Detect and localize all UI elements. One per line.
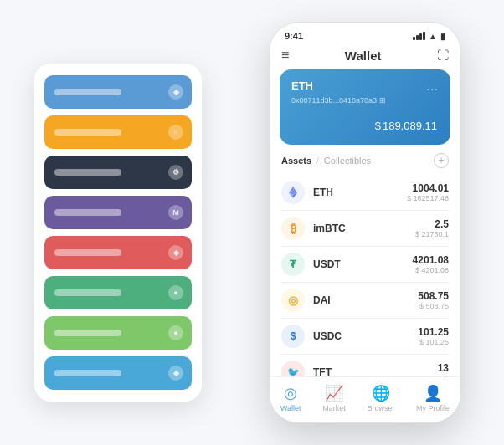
eth-dots[interactable]: ...	[426, 79, 439, 93]
battery-icon: ▮	[440, 32, 445, 41]
card-row-label-1	[54, 129, 121, 136]
asset-item-imbtc[interactable]: ₿ imBTC 2.5 $ 21760.1	[281, 211, 449, 247]
asset-list: ETH 1004.01 $ 162517.48 ₿ imBTC 2.5 $ 21…	[270, 175, 460, 376]
nav-item-wallet[interactable]: ◎ Wallet	[280, 384, 301, 412]
card-row-4[interactable]: ◆	[44, 236, 192, 269]
asset-name-col-tft: TFT	[313, 366, 429, 376]
asset-usd-dai: $ 508.75	[418, 302, 449, 310]
asset-name-col-usdc: USDC	[313, 330, 409, 342]
asset-item-eth[interactable]: ETH 1004.01 $ 162517.48	[281, 175, 449, 211]
card-row-label-0	[54, 89, 121, 95]
card-panel: ◆ ○ ⚙ M ◆ ● ● ◆	[34, 64, 202, 402]
nav-label-my-profile: My Profile	[416, 404, 450, 412]
menu-icon[interactable]: ≡	[281, 48, 289, 63]
card-row-icon-1: ○	[168, 125, 183, 140]
time-display: 9:41	[285, 31, 303, 41]
asset-values-dai: 508.75 $ 508.75	[418, 290, 449, 310]
asset-icon-tft: 🐦	[281, 361, 305, 376]
tab-collectibles[interactable]: Collectibles	[324, 156, 371, 166]
card-row-2[interactable]: ⚙	[44, 156, 192, 189]
asset-amount-usdc: 101.25	[418, 326, 449, 338]
asset-name-dai: DAI	[313, 294, 409, 306]
card-row-label-7	[54, 370, 121, 376]
card-row-3[interactable]: M	[44, 196, 192, 229]
tab-separator: /	[316, 156, 319, 166]
card-row-7[interactable]: ◆	[44, 356, 192, 390]
asset-name-col-usdt: USDT	[313, 258, 404, 270]
assets-header: Assets / Collectibles +	[270, 153, 460, 175]
asset-values-usdc: 101.25 $ 101.25	[418, 326, 449, 346]
card-row-label-6	[54, 330, 121, 336]
asset-icon-usdt: ₮	[281, 253, 305, 276]
asset-icon-dai: ◎	[281, 289, 305, 312]
asset-values-usdt: 4201.08 $ 4201.08	[413, 254, 449, 274]
asset-name-usdc: USDC	[313, 330, 409, 342]
card-row-1[interactable]: ○	[44, 115, 192, 149]
card-row-icon-3: M	[168, 205, 183, 220]
asset-amount-imbtc: 2.5	[415, 218, 449, 230]
asset-icon-eth	[281, 181, 305, 204]
nav-item-market[interactable]: 📈 Market	[322, 384, 346, 412]
asset-values-eth: 1004.01 $ 162517.48	[407, 182, 449, 202]
asset-name-col-imbtc: imBTC	[313, 222, 407, 234]
asset-amount-eth: 1004.01	[407, 182, 449, 194]
add-asset-button[interactable]: +	[434, 153, 449, 168]
asset-name-eth: ETH	[313, 187, 399, 198]
nav-label-browser: Browser	[367, 404, 394, 412]
eth-card[interactable]: ETH ... 0x08711d3b...8418a78a3 ⊞ $189,08…	[280, 69, 450, 145]
status-icons: ▲ ▮	[413, 32, 445, 41]
card-row-icon-2: ⚙	[168, 165, 183, 180]
assets-tabs: Assets / Collectibles	[281, 156, 371, 166]
card-row-0[interactable]: ◆	[44, 75, 192, 109]
card-row-label-2	[54, 169, 121, 176]
card-row-icon-5: ●	[168, 285, 183, 300]
eth-amount: $189,089.11	[291, 113, 439, 135]
asset-name-usdt: USDT	[313, 258, 404, 270]
card-row-icon-0: ◆	[168, 84, 183, 100]
asset-item-usdt[interactable]: ₮ USDT 4201.08 $ 4201.08	[281, 247, 449, 283]
header-title: Wallet	[345, 49, 382, 63]
nav-icon-my-profile: 👤	[424, 384, 442, 402]
tab-assets[interactable]: Assets	[281, 156, 311, 166]
card-row-icon-6: ●	[168, 325, 183, 340]
bottom-nav: ◎ Wallet 📈 Market 🌐 Browser 👤 My Profile	[270, 376, 460, 422]
status-bar: 9:41 ▲ ▮	[270, 23, 460, 44]
asset-item-tft[interactable]: 🐦 TFT 13 0	[281, 355, 449, 376]
card-row-label-4	[54, 249, 121, 256]
nav-item-browser[interactable]: 🌐 Browser	[367, 384, 394, 412]
card-row-6[interactable]: ●	[44, 316, 192, 350]
asset-item-usdc[interactable]: $ USDC 101.25 $ 101.25	[281, 319, 449, 355]
asset-amount-usdt: 4201.08	[413, 254, 449, 266]
nav-item-my-profile[interactable]: 👤 My Profile	[416, 384, 450, 412]
eth-address: 0x08711d3b...8418a78a3 ⊞	[291, 96, 439, 105]
asset-values-tft: 13 0	[438, 362, 449, 376]
scene: ◆ ○ ⚙ M ◆ ● ● ◆ 9:41	[18, 13, 486, 432]
card-row-label-5	[54, 289, 121, 296]
card-row-icon-7: ◆	[168, 366, 183, 381]
card-row-icon-4: ◆	[168, 245, 183, 260]
currency-symbol: $	[375, 120, 381, 132]
asset-name-tft: TFT	[313, 366, 429, 376]
eth-label: ETH	[291, 79, 313, 92]
expand-icon[interactable]: ⛶	[437, 49, 449, 62]
asset-amount-tft: 13	[438, 362, 449, 374]
eth-balance: 189,089.11	[383, 120, 437, 132]
eth-card-header: ETH ...	[291, 79, 439, 93]
nav-label-market: Market	[322, 404, 346, 412]
asset-item-dai[interactable]: ◎ DAI 508.75 $ 508.75	[281, 283, 449, 319]
card-row-5[interactable]: ●	[44, 276, 192, 309]
nav-icon-browser: 🌐	[372, 384, 390, 402]
phone-mockup: 9:41 ▲ ▮ ≡ Wallet ⛶ ETH ...	[269, 22, 461, 423]
asset-icon-imbtc: ₿	[281, 217, 305, 240]
nav-label-wallet: Wallet	[280, 404, 301, 412]
asset-values-imbtc: 2.5 $ 21760.1	[415, 218, 449, 238]
card-row-label-3	[54, 209, 121, 216]
asset-name-col-eth: ETH	[313, 187, 399, 198]
signal-icon	[413, 32, 425, 40]
nav-icon-market: 📈	[325, 384, 343, 402]
asset-name-col-dai: DAI	[313, 294, 409, 306]
asset-usd-eth: $ 162517.48	[407, 194, 449, 202]
nav-icon-wallet: ◎	[284, 384, 297, 402]
asset-name-imbtc: imBTC	[313, 222, 407, 234]
phone-header: ≡ Wallet ⛶	[270, 44, 460, 69]
